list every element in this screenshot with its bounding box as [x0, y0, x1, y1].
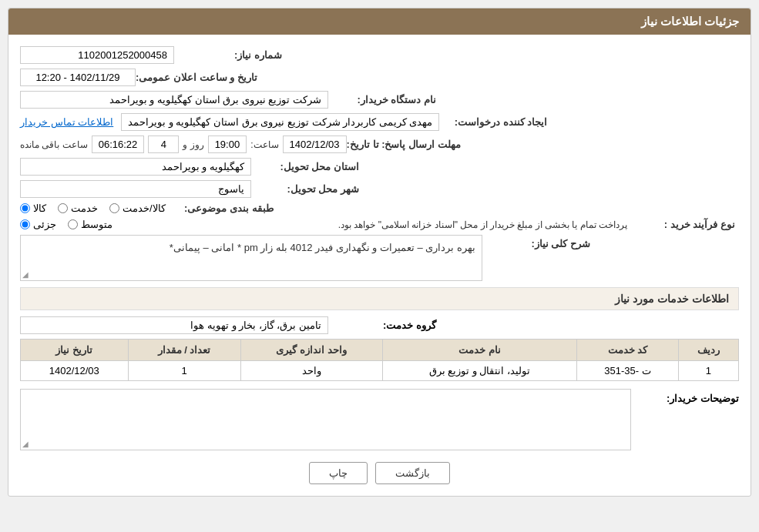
card-body: شماره نیاز: 1102001252000458 تاریخ و ساع…: [8, 35, 751, 496]
deadline-time: 19:00: [208, 136, 247, 153]
col-date: تاریخ نیاز: [21, 340, 129, 361]
category-option-kala: کالا: [20, 202, 46, 214]
col-unit: واحد اندازه گیری: [240, 340, 382, 361]
buyer-name-row: نام دستگاه خریدار: شرکت توزیع نیروی برق …: [20, 91, 739, 109]
category-radio-kala-khedmat[interactable]: [109, 203, 119, 213]
buyer-name-label: نام دستگاه خریدار:: [328, 94, 436, 105]
request-number-label: شماره نیاز:: [174, 49, 282, 61]
cell-row-num: 1: [678, 361, 738, 381]
category-row: طبقه بندی موضوعی: کالا/خدمت خدمت کالا: [20, 202, 739, 214]
page-title: جزئیات اطلاعات نیاز: [641, 15, 739, 28]
requester-value: مهدی کریمی کاربردار شرکت توزیع نیروی برق…: [121, 113, 439, 131]
table-header-row: ردیف کد خدمت نام خدمت واحد اندازه گیری ت…: [21, 340, 739, 361]
cell-service-name: تولید، انتقال و توزیع برق: [382, 361, 576, 381]
request-number-row: شماره نیاز: 1102001252000458: [20, 46, 739, 64]
city-row: شهر محل تحویل: یاسوج: [20, 180, 739, 198]
col-service-code: کد خدمت: [577, 340, 679, 361]
category-radio-group: کالا/خدمت خدمت کالا: [20, 202, 166, 214]
cell-date: 1402/12/03: [21, 361, 129, 381]
purchase-type-note: پرداخت تمام یا بخشی از مبلغ خریدار از مح…: [116, 219, 627, 230]
services-table: ردیف کد خدمت نام خدمت واحد اندازه گیری ت…: [20, 339, 739, 381]
deadline-label: مهلت ارسال پاسخ: تا تاریخ:: [347, 139, 461, 150]
province-value: کهگیلویه و بویراحمد: [20, 158, 251, 176]
buyer-desc-resize-icon: ◢: [22, 440, 29, 448]
service-group-value: تامین برق، گاز، بخار و تهویه هوا: [20, 316, 328, 334]
category-khedmat-label: خدمت: [71, 202, 98, 214]
category-kala-label: کالا: [33, 202, 46, 214]
col-row-num: ردیف: [678, 340, 738, 361]
deadline-row: مهلت ارسال پاسخ: تا تاریخ: 1402/12/03 سا…: [20, 136, 739, 153]
purchase-type-radio-jozei[interactable]: [20, 219, 30, 229]
cell-unit: واحد: [240, 361, 382, 381]
category-radio-khedmat[interactable]: [58, 203, 68, 213]
print-button[interactable]: چاپ: [309, 462, 368, 484]
purchase-type-row: نوع فرآیند خرید : پرداخت تمام یا بخشی از…: [20, 219, 739, 230]
purchase-type-label: نوع فرآیند خرید :: [627, 219, 735, 230]
category-label: طبقه بندی موضوعی:: [166, 202, 274, 214]
category-option-kala-khedmat: کالا/خدمت: [109, 202, 166, 214]
col-service-name: نام خدمت: [382, 340, 576, 361]
requester-row: ایجاد کننده درخواست: مهدی کریمی کاربردار…: [20, 113, 739, 131]
service-group-label: گروه خدمت:: [328, 320, 436, 331]
deadline-time-label: ساعت:: [250, 139, 278, 150]
services-section-title: اطلاعات خدمات مورد نیاز: [615, 293, 729, 305]
buyer-name-value: شرکت توزیع نیروی برق استان کهگیلویه و بو…: [20, 91, 328, 109]
table-body: 1 ت -35-351 تولید، انتقال و توزیع برق وا…: [21, 361, 739, 381]
purchase-type-motavaset-label: متوسط: [81, 219, 113, 230]
buyer-desc-label: توضیحات خریدار:: [631, 389, 739, 404]
purchase-type-jozei-label: جزئی: [33, 219, 56, 230]
cell-quantity: 1: [128, 361, 240, 381]
col-quantity: تعداد / مقدار: [128, 340, 240, 361]
city-label: شهر محل تحویل:: [251, 183, 359, 195]
page-wrapper: جزئیات اطلاعات نیاز شماره نیاز: 11020012…: [0, 0, 759, 532]
table-row: 1 ت -35-351 تولید، انتقال و توزیع برق وا…: [21, 361, 739, 381]
buttons-row: بازگشت چاپ: [20, 462, 739, 484]
resize-icon: ◢: [22, 270, 29, 279]
buyer-desc-section: توضیحات خریدار: ◢: [20, 389, 739, 450]
announce-label: تاریخ و ساعت اعلان عمومی:: [136, 72, 257, 83]
card-header: جزئیات اطلاعات نیاز: [8, 8, 751, 35]
description-label: شرح کلی نیاز:: [482, 235, 590, 249]
announce-row: تاریخ و ساعت اعلان عمومی: 1402/11/29 - 1…: [20, 69, 739, 86]
requester-label: ایجاد کننده درخواست:: [439, 116, 547, 128]
cell-service-code: ت -35-351: [577, 361, 679, 381]
category-kala-khedmat-label: کالا/خدمت: [123, 202, 166, 214]
buyer-desc-box: ◢: [20, 389, 631, 450]
services-section-header: اطلاعات خدمات مورد نیاز: [20, 287, 739, 310]
deadline-remaining-label: ساعت باقی مانده: [20, 139, 88, 150]
back-button[interactable]: بازگشت: [375, 462, 450, 484]
request-number-value: 1102001252000458: [20, 46, 174, 64]
category-option-khedmat: خدمت: [58, 202, 98, 214]
announce-value: 1402/11/29 - 12:20: [20, 69, 136, 86]
main-card: جزئیات اطلاعات نیاز شماره نیاز: 11020012…: [8, 8, 751, 497]
service-group-row: گروه خدمت: تامین برق، گاز، بخار و تهویه …: [20, 316, 739, 334]
deadline-remaining: 06:16:22: [92, 136, 145, 153]
purchase-type-radio-group: متوسط جزئی: [20, 219, 113, 230]
deadline-days: 4: [148, 136, 179, 153]
deadline-days-label: روز و: [183, 139, 203, 150]
province-label: استان محل تحویل:: [251, 161, 359, 172]
purchase-type-option-motavaset: متوسط: [68, 219, 113, 230]
contact-link[interactable]: اطلاعات تماس خریدار: [20, 116, 113, 128]
deadline-date: 1402/12/03: [283, 136, 347, 153]
purchase-type-option-jozei: جزئی: [20, 219, 56, 230]
category-radio-kala[interactable]: [20, 203, 30, 213]
description-value: بهره برداری – تعمیرات و نگهداری فیدر 401…: [170, 242, 475, 253]
city-value: یاسوج: [20, 180, 251, 198]
description-row: شرح کلی نیاز: بهره برداری – تعمیرات و نگ…: [20, 235, 739, 281]
deadline-parts: 1402/12/03 ساعت: 19:00 روز و 4 06:16:22 …: [20, 136, 347, 153]
description-box: بهره برداری – تعمیرات و نگهداری فیدر 401…: [20, 235, 482, 281]
province-row: استان محل تحویل: کهگیلویه و بویراحمد: [20, 158, 739, 176]
purchase-type-radio-motavaset[interactable]: [68, 219, 78, 229]
